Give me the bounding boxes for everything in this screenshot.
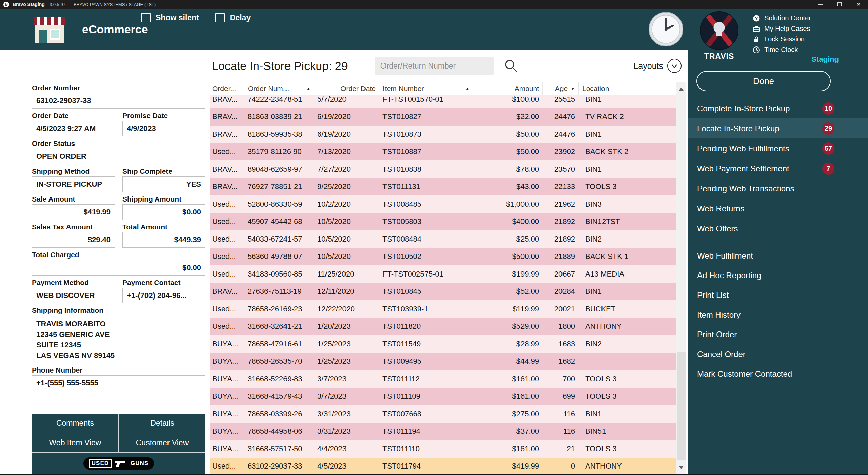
promise-date-field[interactable]: 4/9/2023 — [122, 121, 205, 136]
sidebar-item-cancel-order[interactable]: Cancel Order — [688, 344, 868, 364]
table-row[interactable]: BUYA...78658-26535-701/25/2023TST009495$… — [210, 353, 676, 370]
table-row[interactable]: Used...45907-45442-6810/5/2020TST005803$… — [210, 213, 676, 231]
table-row[interactable]: BUYA...78658-03399-263/31/2023TST007668$… — [210, 405, 676, 423]
sidebar-item-web-fulfillment[interactable]: Web Fulfillment — [688, 246, 868, 266]
table-row[interactable]: BUYA...31668-41579-433/7/2023TST011109$1… — [210, 388, 676, 405]
table-row[interactable]: Used...52800-86330-5910/2/2020TST008485$… — [210, 195, 676, 213]
show-silent-checkbox[interactable] — [141, 13, 151, 22]
time-clock-link[interactable]: Time Clock — [752, 44, 811, 55]
cell-location: BUCKET — [578, 300, 676, 318]
sidebar-item-print-list[interactable]: Print List — [688, 285, 868, 305]
my-help-cases-link[interactable]: My Help Cases — [752, 23, 811, 34]
order-date-field[interactable]: 4/5/2023 9:27 AM — [32, 121, 115, 136]
column-header-age[interactable]: Age ▼ — [542, 82, 578, 95]
sidebar-item-print-order[interactable]: Print Order — [688, 325, 868, 344]
my-help-cases-label: My Help Cases — [764, 25, 810, 33]
sidebar-item-pending-web-fulfillments[interactable]: Pending Web Fulfillments 57 — [688, 138, 868, 158]
column-header-order-number[interactable]: Order Num... ▲ — [244, 82, 314, 95]
column-header-location[interactable]: Location — [578, 82, 676, 95]
scroll-up-button[interactable] — [676, 84, 686, 94]
table-row[interactable]: Used...54033-67241-5710/5/2020TST008484$… — [210, 230, 676, 248]
table-row[interactable]: BRAV...27636-75113-1912/11/2020TST010845… — [210, 283, 676, 301]
cell-amount: $161.00 — [473, 440, 542, 458]
sale-amount-field[interactable]: $419.99 — [32, 204, 115, 220]
total-amount-field[interactable]: $449.39 — [122, 232, 205, 248]
cell-order-type: Used... — [210, 248, 244, 266]
table-row[interactable]: BUYA...78658-44958-063/31/2023TST011194$… — [210, 423, 676, 440]
cell-item-number: TST010873 — [379, 126, 473, 143]
table-row[interactable]: BUYA...31668-57517-504/4/2023TST011110$1… — [210, 440, 676, 458]
scrollbar-thumb[interactable] — [677, 352, 686, 460]
avatar[interactable] — [700, 11, 738, 50]
cell-amount: $25.00 — [473, 230, 542, 248]
ship-complete-field[interactable]: YES — [122, 176, 205, 192]
sidebar-item-web-payment-settlement[interactable]: Web Payment Settlement 7 — [688, 158, 868, 178]
sort-asc-icon: ▲ — [304, 86, 311, 91]
close-button[interactable]: ✕ — [849, 0, 868, 9]
customer-view-button[interactable]: Customer View — [119, 433, 205, 452]
cell-amount: $419.99 — [473, 458, 542, 474]
scroll-down-button[interactable] — [676, 462, 686, 472]
sidebar-item-complete-in-store-pickup[interactable]: Complete In-Store Pickup 10 — [688, 98, 868, 118]
order-number-field[interactable]: 63102-29037-33 — [32, 93, 205, 109]
sidebar-item-pending-web-transactions[interactable]: Pending Web Transactions — [688, 178, 868, 198]
table-row[interactable]: Used...78658-26169-2312/22/2020TST103939… — [210, 300, 676, 318]
column-header-order-date[interactable]: Order Date — [314, 82, 379, 95]
table-row[interactable]: BRAV...81863-59935-386/19/2020TST010873$… — [210, 126, 676, 143]
cell-order-date: 4/4/2023 — [314, 440, 379, 458]
column-header-order-type[interactable]: Order... — [210, 82, 244, 95]
table-row[interactable]: BUYA...31668-52269-833/7/2023TST011112$1… — [210, 370, 676, 388]
order-status-field[interactable]: OPEN ORDER — [32, 149, 205, 164]
cell-order-type: Used... — [210, 195, 244, 213]
maximize-icon — [837, 2, 842, 6]
table-row[interactable]: Used...63102-29037-334/5/2023TST011794$4… — [210, 458, 676, 474]
shipping-information-field[interactable]: TRAVIS MORABITO 12345 GENERIC AVE SUITE … — [32, 316, 205, 363]
done-button[interactable]: Done — [696, 71, 831, 91]
taskbar-edge — [0, 474, 868, 475]
total-charged-field[interactable]: $0.00 — [32, 260, 205, 276]
sidebar-item-item-history[interactable]: Item History — [688, 305, 868, 325]
shipping-amount-field[interactable]: $0.00 — [122, 204, 205, 220]
table-row[interactable]: BUYA...78658-47916-611/25/2023TST011549$… — [210, 335, 676, 353]
cell-amount: $50.00 — [473, 126, 542, 143]
cell-item-number: TST008484 — [379, 230, 473, 248]
sidebar-item-web-returns[interactable]: Web Returns — [688, 198, 868, 218]
layouts-dropdown[interactable]: Layouts — [633, 59, 682, 73]
sidebar-item-locate-in-store-pickup[interactable]: Locate In-Store Pickup 29 — [688, 118, 868, 138]
table-row[interactable]: Used...35179-81126-907/13/2020TST010887$… — [210, 143, 676, 161]
vertical-scrollbar[interactable] — [676, 82, 686, 474]
cell-item-number: TST008485 — [379, 195, 473, 213]
payment-contact-field[interactable]: +1-(702) 204-96... — [122, 288, 205, 303]
sidebar-item-web-offers[interactable]: Web Offers — [688, 218, 868, 239]
cell-age: 21 — [542, 440, 578, 458]
table-row[interactable]: BRAV...81863-03839-216/19/2020TST010827$… — [210, 108, 676, 126]
table-row[interactable]: Used...56360-49788-0710/5/2020TST010502$… — [210, 248, 676, 266]
maximize-button[interactable] — [830, 0, 849, 9]
scroll-up-icon — [679, 88, 684, 91]
search-input[interactable] — [375, 57, 494, 75]
column-header-item-number[interactable]: Item Number ▲ — [379, 82, 473, 95]
table-row[interactable]: BRAV...76927-78851-219/25/2020TST011131$… — [210, 178, 676, 196]
search-button[interactable] — [503, 58, 519, 74]
solution-center-link[interactable]: ? Solution Center — [752, 13, 811, 23]
sidebar-item-ad-hoc-reporting[interactable]: Ad Hoc Reporting — [688, 266, 868, 285]
shipping-method-field[interactable]: IN-STORE PICKUP — [32, 176, 115, 192]
phone-number-field[interactable]: +1-(555) 555-5555 — [32, 375, 205, 391]
table-row[interactable]: BRAV...89048-62659-977/27/2020TST010838$… — [210, 160, 676, 178]
sidebar-item-mark-customer-contacted[interactable]: Mark Customer Contacted — [688, 364, 868, 384]
table-row[interactable]: Used...31668-32641-211/20/2023TST011820$… — [210, 318, 676, 336]
cell-order-type: BRAV... — [210, 95, 244, 108]
table-row[interactable]: BRAV...74222-23478-515/7/2020FT-TST00157… — [210, 95, 676, 108]
lock-session-link[interactable]: Lock Session — [752, 34, 811, 44]
payment-method-field[interactable]: WEB DISCOVER — [32, 288, 115, 303]
web-item-view-button[interactable]: Web Item View — [32, 433, 118, 452]
minimize-button[interactable] — [811, 0, 830, 9]
cell-age: 21962 — [542, 195, 578, 213]
table-row[interactable]: Used...34183-09560-8511/25/2020FT-TST002… — [210, 265, 676, 283]
payment-method-label: Payment Method — [32, 279, 115, 287]
column-header-amount[interactable]: Amount — [473, 82, 542, 95]
comments-button[interactable]: Comments — [32, 414, 118, 433]
delay-checkbox[interactable] — [215, 13, 225, 22]
sales-tax-amount-field[interactable]: $29.40 — [32, 232, 115, 248]
details-button[interactable]: Details — [119, 414, 205, 433]
